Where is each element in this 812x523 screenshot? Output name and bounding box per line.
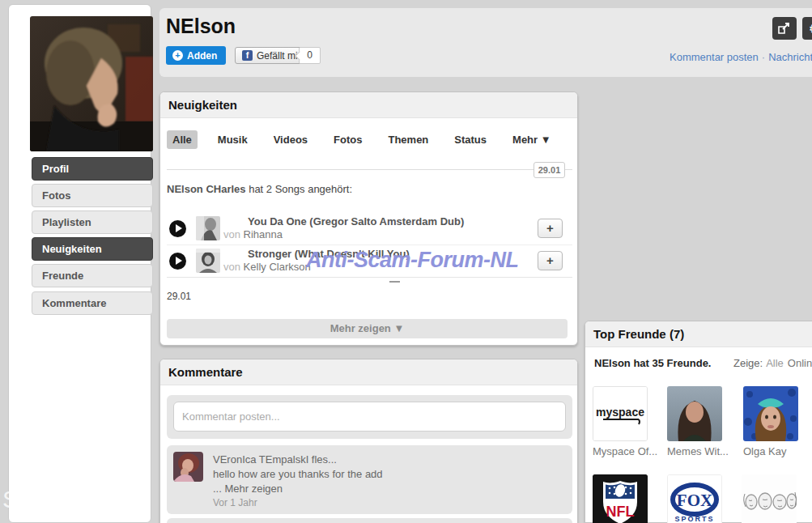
sidebar-item-profil[interactable]: Profil [32, 157, 153, 181]
settings-button[interactable]: ⚙ [802, 17, 812, 40]
anti-scam-watermark: Anti-Scam-Forum-NL [306, 248, 519, 273]
friends-count-text: NElson hat 35 Freunde. [594, 357, 711, 369]
friend-thumb-myspace[interactable]: myspace [593, 386, 648, 441]
play-icon [176, 257, 182, 265]
commenter-avatar[interactable] [173, 452, 203, 482]
nfl-logo: NFL [593, 474, 648, 523]
play-icon [176, 224, 182, 232]
album-art-image [196, 249, 220, 273]
page-title: NElson [166, 15, 236, 38]
divider-handle [389, 281, 400, 283]
song-title[interactable]: You Da One (Gregor Salto Amsterdam Dub) [248, 215, 464, 227]
song-by-label: von [223, 261, 240, 273]
news-panel-title: Neuigkeiten [160, 92, 577, 118]
tab-mehr-dropdown[interactable]: Mehr ▼ [507, 130, 557, 149]
myspace-profile-page: Profil Fotos Playlisten Neuigkeiten Freu… [0, 0, 812, 523]
top-friends-title: Top Freunde (7) [585, 321, 812, 347]
add-song-button[interactable]: + [538, 219, 563, 238]
tab-videos[interactable]: Videos [268, 130, 313, 149]
friend-thumb-sketch-band[interactable] [742, 474, 797, 523]
profile-header: NElson + Adden f Gefällt mir 0 ⚙ Komment… [159, 8, 812, 77]
song-by-label: von [223, 228, 240, 240]
album-art-image [196, 216, 220, 240]
song-row: You Da One (Gregor Salto Amsterdam Dub) … [167, 213, 572, 245]
tab-fotos[interactable]: Fotos [328, 130, 368, 149]
sidebar-item-freunde[interactable]: Freunde [32, 264, 153, 287]
play-button[interactable] [169, 253, 186, 270]
comment-input-container [167, 395, 572, 439]
zeige-label: Zeige: [733, 357, 763, 369]
comment-item: VEronIca TEmpalskI fles... hello how are… [167, 445, 572, 514]
corner-watermark: S [2, 486, 19, 513]
news-panel: Neuigkeiten Alle Musik Videos Fotos Them… [159, 91, 578, 346]
friend-name[interactable]: Memes Wit... [667, 445, 729, 457]
show-more-button[interactable]: Mehr zeigen ▼ [167, 319, 568, 338]
add-friend-label: Adden [187, 50, 217, 62]
song-artist[interactable]: Kelly Clarkson [244, 261, 311, 273]
filter-online[interactable]: Online [784, 357, 812, 369]
feed-author[interactable]: NElson CHarles [167, 183, 246, 195]
sidebar-item-fotos[interactable]: Fotos [32, 184, 153, 207]
add-friend-button[interactable]: + Adden [166, 46, 226, 65]
sidebar-item-kommentare[interactable]: Kommentare [32, 291, 153, 315]
comment-item-partial [167, 518, 572, 523]
comments-panel-title: Kommentare [160, 359, 577, 385]
sketch-faces-image [742, 474, 797, 523]
plus-circle-icon: + [172, 50, 183, 61]
svg-text:NFL: NFL [606, 504, 635, 520]
share-icon [778, 23, 791, 34]
friends-filter: Zeige:AlleOnline [733, 357, 812, 369]
comment-timestamp: Vor 1 Jahr [213, 497, 257, 508]
share-button[interactable] [772, 17, 797, 40]
feed-date-footer: 29.01 [167, 291, 191, 302]
tab-alle[interactable]: Alle [167, 130, 198, 149]
tab-themen[interactable]: Themen [382, 130, 434, 149]
comment-input[interactable] [173, 402, 566, 432]
feed-action: hat 2 Songs angehört: [246, 183, 353, 195]
tab-musik[interactable]: Musik [212, 130, 253, 149]
left-sidebar-card: Profil Fotos Playlisten Neuigkeiten Freu… [8, 4, 151, 523]
friend-name[interactable]: Olga Kay [743, 445, 786, 457]
song-artist-line: von Rihanna [223, 228, 283, 240]
send-message-link[interactable]: Nachricht s [768, 51, 812, 63]
news-tabs: Alle Musik Videos Fotos Themen Status Me… [167, 130, 557, 149]
feed-item-title: NElson CHarles hat 2 Songs angehört: [167, 183, 352, 195]
comment-author[interactable]: VEronIca TEmpalskI fles... [213, 453, 337, 466]
commenter-avatar-image [173, 452, 203, 482]
comments-panel: Kommentare VEronIca TEmpalskI fles... he… [159, 359, 578, 523]
song-artist[interactable]: Rihanna [244, 228, 283, 240]
friend-photo [667, 386, 722, 441]
profile-photo[interactable] [30, 16, 153, 151]
profile-photo-image [30, 16, 153, 151]
comment-show-more-link[interactable]: ... Mehr zeigen [213, 483, 283, 495]
friend-thumb-memes[interactable] [667, 386, 722, 441]
sidebar-item-neuigkeiten[interactable]: Neuigkeiten [32, 237, 153, 261]
like-count-badge: 0 [299, 47, 321, 64]
tab-status[interactable]: Status [449, 130, 492, 149]
friend-thumb-nfl[interactable]: NFL [593, 474, 648, 523]
filter-alle[interactable]: Alle [763, 357, 784, 369]
gear-icon: ⚙ [809, 21, 812, 36]
facebook-icon: f [242, 50, 253, 61]
svg-text:myspace: myspace [596, 406, 644, 419]
header-action-links: Kommentar posten·Nachricht s [670, 51, 812, 63]
svg-text:SPORTS: SPORTS [674, 515, 714, 523]
add-song-button[interactable]: + [538, 251, 563, 270]
myspace-logo: myspace [593, 387, 647, 440]
album-art[interactable] [196, 249, 220, 273]
top-friends-panel: Top Freunde (7) NElson hat 35 Freunde. Z… [585, 321, 812, 523]
friend-name[interactable]: Myspace Of... [593, 445, 657, 457]
link-separator: · [759, 51, 768, 63]
song-artist-line: von Kelly Clarkson [223, 261, 311, 273]
post-comment-link[interactable]: Kommentar posten [670, 51, 759, 63]
fox-sports-logo: FOX SPORTS [668, 475, 721, 523]
sidebar-item-playlisten[interactable]: Playlisten [32, 210, 153, 234]
comment-text: hello how are you thanks for the add [213, 468, 383, 480]
play-button[interactable] [169, 220, 186, 237]
feed-date-badge: 29.01 [534, 162, 565, 178]
friend-thumb-olga-kay[interactable] [743, 386, 798, 441]
friend-thumb-fox-sports[interactable]: FOX SPORTS [667, 474, 722, 523]
friend-photo [743, 386, 798, 441]
album-art[interactable] [196, 216, 220, 240]
svg-text:FOX: FOX [677, 491, 712, 510]
